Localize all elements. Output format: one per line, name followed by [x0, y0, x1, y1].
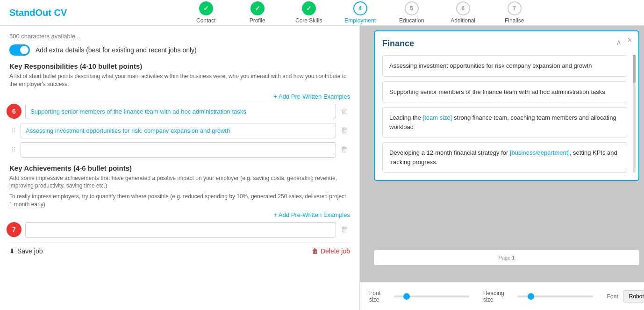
top-nav: StandOut CV ✓Contact✓Profile✓Core Skills… — [0, 0, 644, 26]
highlight-text-2: [team size] — [423, 114, 452, 121]
trash-icon: 🗑 — [312, 247, 318, 255]
extra-details-toggle[interactable] — [9, 44, 30, 56]
save-label: Save job — [17, 247, 43, 255]
bottom-bar: ⬇ Save job 🗑 Delete job — [9, 242, 350, 260]
popup-item-1[interactable]: Supporting senior members of the finance… — [382, 81, 627, 103]
nav-step-core-skills[interactable]: ✓Core Skills — [283, 1, 335, 24]
delete-job-btn[interactable]: 🗑 Delete job — [312, 247, 350, 255]
nav-step-contact[interactable]: ✓Contact — [180, 1, 232, 24]
achievement-row-0: 7⠿🗑 — [9, 222, 350, 238]
step-label-core-skills: Core Skills — [295, 17, 322, 24]
finance-popup: Finance ∧ × Assessing investment opportu… — [374, 30, 639, 181]
delete-bullet-0[interactable]: 🗑 — [339, 107, 350, 115]
responsibility-row-2: ⠿🗑 — [9, 142, 350, 158]
step-circle-additional: 6 — [456, 1, 470, 15]
step-circle-contact: ✓ — [199, 1, 213, 15]
responsibility-input-0[interactable] — [25, 104, 336, 119]
add-examples-responsibilities-btn[interactable]: + Add Pre-Written Examples — [9, 93, 350, 100]
achievement-badge-number: 7 — [7, 222, 21, 237]
step-label-contact: Contact — [196, 17, 215, 24]
step-label-profile: Profile — [250, 17, 265, 24]
drag-handle-2[interactable]: ⠿ — [9, 146, 18, 153]
bottom-toolbar: Font size Heading size Font RobotoArialT… — [360, 282, 644, 310]
achievement-input-0[interactable] — [25, 222, 336, 238]
heading-size-slider[interactable] — [517, 296, 593, 297]
achievements-desc2: To really impress employers, try to quan… — [9, 193, 350, 209]
popup-item-3[interactable]: Developing a 12-month financial strategy… — [382, 142, 627, 173]
toggle-label: Add extra details (best for existing and… — [36, 46, 197, 54]
font-label: Font — [607, 293, 618, 300]
toggle-row: Add extra details (best for existing and… — [9, 44, 350, 56]
achievements-bullets: 7⠿🗑 — [9, 222, 350, 238]
responsibility-badge: 6 — [7, 104, 21, 119]
heading-size-thumb[interactable] — [528, 293, 534, 300]
left-panel: 500 characters available... Add extra de… — [0, 26, 360, 310]
font-select[interactable]: RobotoArialTimes New RomanGeorgia — [623, 290, 644, 303]
nav-step-education[interactable]: 5Education — [386, 1, 437, 24]
step-circle-core-skills: ✓ — [302, 1, 316, 15]
popup-item-0[interactable]: Assessing investment opportunities for r… — [382, 55, 627, 77]
font-size-label: Font size — [369, 290, 389, 303]
popup-collapse-btn[interactable]: ∧ — [616, 38, 622, 47]
step-circle-finalise: 7 — [508, 1, 522, 15]
step-label-employment: Employment — [344, 17, 376, 24]
responsibilities-desc: A list of short bullet points describing… — [9, 72, 350, 88]
font-size-thumb[interactable] — [403, 293, 410, 300]
drag-handle-1[interactable]: ⠿ — [9, 127, 18, 134]
responsibility-input-1[interactable] — [21, 123, 336, 138]
responsibility-row-1: ⠿🗑 — [9, 123, 350, 138]
step-label-additional: Additional — [451, 17, 475, 24]
nav-step-finalise[interactable]: 7Finalise — [489, 1, 540, 24]
save-job-btn[interactable]: ⬇ Save job — [9, 247, 43, 255]
main-layout: 500 characters available... Add extra de… — [0, 26, 644, 310]
font-size-group: Font size — [369, 290, 469, 303]
delete-label: Delete job — [321, 247, 350, 255]
add-examples-achievements-btn[interactable]: + Add Pre-Written Examples — [9, 211, 350, 218]
popup-scrollbar-thumb[interactable] — [633, 55, 636, 83]
nav-steps: ✓Contact✓Profile✓Core Skills4Employment5… — [86, 1, 635, 24]
achievements-desc1: Add some impressive achievements that ha… — [9, 174, 350, 190]
responsibility-input-2[interactable] — [21, 142, 336, 158]
responsibilities-title: Key Responsibilities (4-10 bullet points… — [9, 62, 350, 70]
chars-available: 500 characters available... — [9, 33, 350, 40]
step-label-education: Education — [399, 17, 424, 24]
popup-scrollbar-track — [633, 55, 636, 173]
achievements-section: Key Achievements (4-6 bullet points) Add… — [9, 164, 350, 238]
popup-items: Assessing investment opportunities for r… — [382, 55, 631, 173]
logo-cv: CV — [54, 7, 67, 18]
nav-step-employment[interactable]: 4Employment — [335, 1, 386, 24]
step-circle-profile: ✓ — [250, 1, 265, 15]
popup-title: Finance — [382, 39, 631, 49]
heading-size-group: Heading size — [483, 290, 593, 303]
font-group: Font RobotoArialTimes New RomanGeorgia — [607, 290, 644, 303]
cv-preview: Page 1 — [374, 250, 639, 265]
nav-step-additional[interactable]: 6Additional — [437, 1, 489, 24]
logo: StandOut CV — [9, 7, 67, 18]
delete-bullet-1[interactable]: 🗑 — [339, 126, 350, 135]
popup-item-2[interactable]: Leading the [team size] strong finance t… — [382, 107, 627, 137]
page-label: Page 1 — [499, 255, 515, 260]
delete-bullet-2[interactable]: 🗑 — [339, 145, 350, 154]
responsibility-row-0: 6⠿🗑 — [9, 104, 350, 119]
highlight-text-3: [business/department] — [510, 149, 570, 156]
step-circle-employment: 4 — [353, 1, 367, 15]
font-size-slider[interactable] — [394, 296, 469, 297]
nav-step-profile[interactable]: ✓Profile — [232, 1, 283, 24]
popup-close-btn[interactable]: × — [628, 36, 632, 44]
badge-number: 6 — [7, 104, 21, 119]
logo-standout: StandOut — [9, 7, 51, 18]
delete-achievement-0[interactable]: 🗑 — [339, 225, 350, 234]
step-circle-education: 5 — [405, 1, 419, 15]
achievements-title: Key Achievements (4-6 bullet points) — [9, 164, 350, 172]
save-icon: ⬇ — [9, 247, 15, 255]
heading-size-label: Heading size — [483, 290, 513, 303]
responsibilities-bullets: 6⠿🗑⠿🗑⠿🗑 — [9, 104, 350, 158]
step-label-finalise: Finalise — [505, 17, 524, 24]
achievement-badge: 7 — [7, 222, 21, 237]
right-panel: Finance ∧ × Assessing investment opportu… — [360, 26, 644, 310]
